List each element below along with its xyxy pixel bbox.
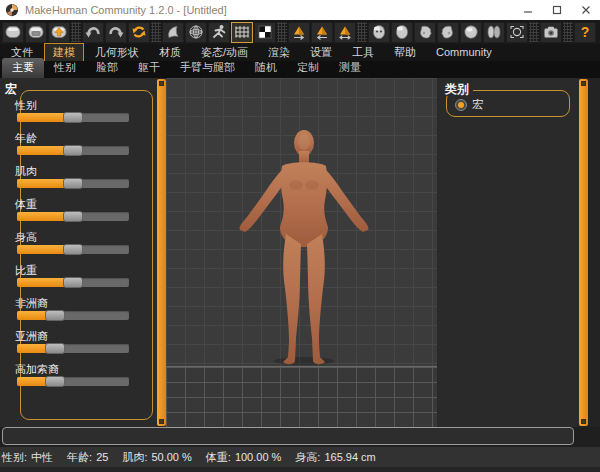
title-bar: MakeHuman Community 1.2.0 - [Untitled] xyxy=(0,0,600,20)
status-value: 中性 xyxy=(31,451,53,463)
slider-label: 肌肉 xyxy=(15,164,37,179)
slider-track[interactable] xyxy=(17,344,129,353)
toolbar-separator xyxy=(563,22,573,42)
menu-tab-10[interactable]: Community xyxy=(427,44,501,61)
sub-tab-5[interactable]: 手臂与腿部 xyxy=(170,58,245,78)
slider-row: 高加索裔 xyxy=(1,362,154,395)
slider-row: 体重 xyxy=(1,197,154,230)
redo-button[interactable] xyxy=(105,22,127,43)
sub-tab-6[interactable]: 随机 xyxy=(245,58,287,78)
help-icon: ? xyxy=(576,24,594,40)
help-button[interactable]: ? xyxy=(574,22,596,43)
toolbar: ? xyxy=(0,20,600,44)
slider-handle[interactable] xyxy=(63,112,83,123)
slider-fill xyxy=(17,344,49,353)
view-right-button[interactable] xyxy=(414,22,436,43)
makehuman-window: MakeHuman Community 1.2.0 - [Untitled] ?… xyxy=(0,0,600,472)
category-option-macro[interactable]: 宏 xyxy=(455,97,483,112)
undo-button[interactable] xyxy=(82,22,104,43)
reset-camera-button[interactable] xyxy=(506,22,528,43)
3d-viewport[interactable] xyxy=(166,78,437,427)
sub-tab-3[interactable]: 脸部 xyxy=(86,58,128,78)
background-checker-button[interactable] xyxy=(254,22,276,43)
slider-track[interactable] xyxy=(17,278,129,287)
slider-handle[interactable] xyxy=(63,178,83,189)
reload-button[interactable] xyxy=(128,22,150,43)
close-button[interactable] xyxy=(571,0,600,20)
maximize-button[interactable] xyxy=(542,0,571,20)
slider-track[interactable] xyxy=(17,113,129,122)
toolbar-group xyxy=(162,22,276,43)
save-file-button[interactable] xyxy=(48,22,70,43)
modifiers-panel: 宏 性别年龄肌肉体重身高比重非洲裔亚洲裔高加索裔 xyxy=(0,78,157,427)
splitter-knob-icon xyxy=(159,81,164,86)
right-panel-splitter[interactable] xyxy=(579,79,588,426)
slider-handle[interactable] xyxy=(63,244,83,255)
status-label: 年龄: xyxy=(67,451,92,463)
pose-button[interactable] xyxy=(208,22,230,43)
view-front-icon xyxy=(370,24,388,40)
load-file-button[interactable] xyxy=(25,22,47,43)
slider-track[interactable] xyxy=(17,245,129,254)
smooth-shading-button[interactable] xyxy=(162,22,184,43)
screenshot-button[interactable] xyxy=(540,22,562,43)
slider-handle[interactable] xyxy=(45,310,65,321)
view-top-button[interactable] xyxy=(460,22,482,43)
wireframe-icon xyxy=(187,24,205,40)
slider-handle[interactable] xyxy=(63,145,83,156)
wireframe-button[interactable] xyxy=(185,22,207,43)
slider-label: 年龄 xyxy=(15,131,37,146)
window-controls xyxy=(513,0,600,20)
slider-track[interactable] xyxy=(17,311,129,320)
slider-handle[interactable] xyxy=(63,277,83,288)
sub-tab-2[interactable]: 性别 xyxy=(44,58,86,78)
symmetry-right-button[interactable] xyxy=(288,22,310,43)
svg-text:?: ? xyxy=(581,24,590,40)
undo-icon xyxy=(84,24,102,40)
slider-row: 亚洲裔 xyxy=(1,329,154,362)
menu-tab-9[interactable]: 帮助 xyxy=(385,43,425,63)
grid-button[interactable] xyxy=(231,22,253,43)
status-segment: 身高:165.94 cm xyxy=(295,450,375,465)
slider-track[interactable] xyxy=(17,146,129,155)
human-model[interactable] xyxy=(230,128,378,368)
slider-fill xyxy=(17,245,67,254)
sub-tab-8[interactable]: 测量 xyxy=(329,58,371,78)
main-content: 宏 性别年龄肌肉体重身高比重非洲裔亚洲裔高加索裔 xyxy=(0,78,600,427)
pose-icon xyxy=(210,24,228,40)
slider-handle[interactable] xyxy=(63,211,83,222)
slider-fill xyxy=(17,212,67,221)
slider-handle[interactable] xyxy=(45,376,65,387)
symmetry-left-button[interactable] xyxy=(311,22,333,43)
toolbar-separator xyxy=(529,22,539,42)
slider-fill xyxy=(17,179,67,188)
status-value: 25 xyxy=(96,451,108,463)
reset-camera-icon xyxy=(508,24,526,40)
status-segment: 肌肉:50.00 % xyxy=(122,450,191,465)
left-panel-splitter[interactable] xyxy=(157,79,166,426)
view-front-button[interactable] xyxy=(368,22,390,43)
slider-track[interactable] xyxy=(17,212,129,221)
new-file-button[interactable] xyxy=(2,22,24,43)
progress-bar xyxy=(2,427,574,445)
view-left-button[interactable] xyxy=(437,22,459,43)
category-group-title: 类别 xyxy=(445,83,473,96)
load-file-icon xyxy=(27,24,45,40)
slider-row: 肌肉 xyxy=(1,164,154,197)
slider-handle[interactable] xyxy=(45,343,65,354)
status-value: 165.94 cm xyxy=(324,451,375,463)
view-both-button[interactable] xyxy=(483,22,505,43)
slider-label: 性别 xyxy=(15,98,37,113)
sub-tab-7[interactable]: 定制 xyxy=(287,58,329,78)
minimize-button[interactable] xyxy=(513,0,542,20)
slider-track[interactable] xyxy=(17,179,129,188)
splitter-knob-icon xyxy=(159,419,164,424)
splitter-knob-icon xyxy=(581,81,586,86)
view-back-button[interactable] xyxy=(391,22,413,43)
slider-fill xyxy=(17,113,67,122)
sub-tab-4[interactable]: 躯干 xyxy=(128,58,170,78)
symmetry-both-button[interactable] xyxy=(334,22,356,43)
sub-tab-1[interactable]: 主要 xyxy=(2,58,44,78)
view-top-icon xyxy=(462,24,480,40)
slider-track[interactable] xyxy=(17,377,129,386)
